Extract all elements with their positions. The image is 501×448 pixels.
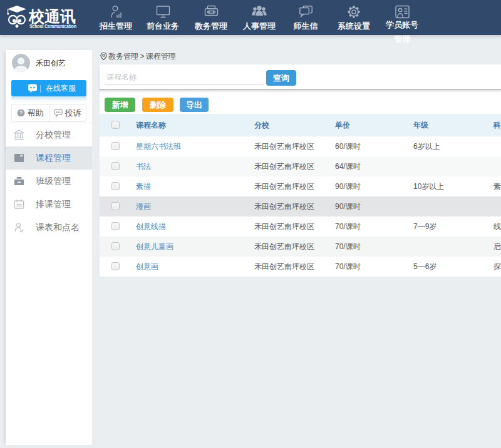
svg-text:?: ? [19, 109, 23, 116]
